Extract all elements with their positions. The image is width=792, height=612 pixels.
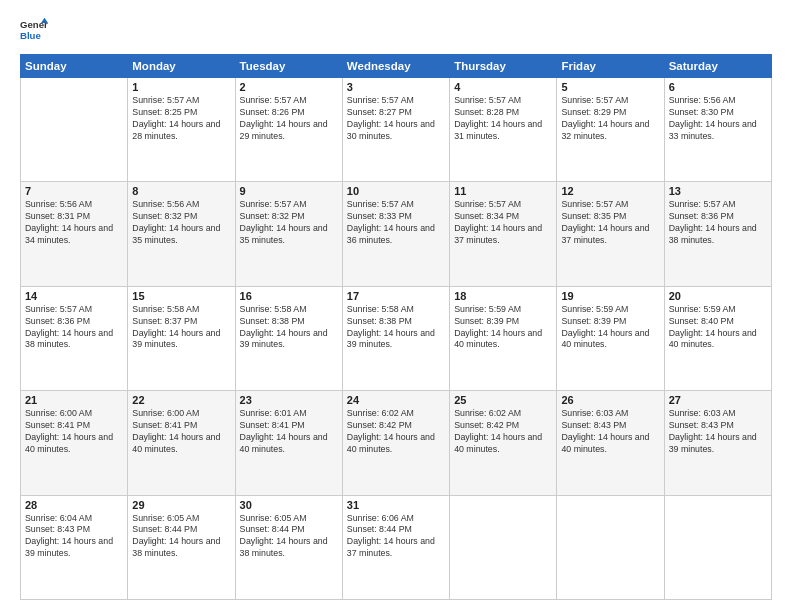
day-info: Sunrise: 6:03 AM Sunset: 8:43 PM Dayligh… <box>561 408 659 456</box>
day-number: 24 <box>347 394 445 406</box>
calendar-cell: 21Sunrise: 6:00 AM Sunset: 8:41 PM Dayli… <box>21 391 128 495</box>
calendar-cell: 30Sunrise: 6:05 AM Sunset: 8:44 PM Dayli… <box>235 495 342 599</box>
weekday-header-monday: Monday <box>128 55 235 78</box>
calendar-cell: 15Sunrise: 5:58 AM Sunset: 8:37 PM Dayli… <box>128 286 235 390</box>
day-number: 5 <box>561 81 659 93</box>
day-info: Sunrise: 5:59 AM Sunset: 8:39 PM Dayligh… <box>561 304 659 352</box>
day-info: Sunrise: 5:57 AM Sunset: 8:36 PM Dayligh… <box>669 199 767 247</box>
day-info: Sunrise: 5:57 AM Sunset: 8:33 PM Dayligh… <box>347 199 445 247</box>
day-number: 13 <box>669 185 767 197</box>
day-number: 26 <box>561 394 659 406</box>
day-info: Sunrise: 5:56 AM Sunset: 8:30 PM Dayligh… <box>669 95 767 143</box>
calendar-cell: 3Sunrise: 5:57 AM Sunset: 8:27 PM Daylig… <box>342 78 449 182</box>
calendar-cell: 25Sunrise: 6:02 AM Sunset: 8:42 PM Dayli… <box>450 391 557 495</box>
day-number: 29 <box>132 499 230 511</box>
day-info: Sunrise: 6:06 AM Sunset: 8:44 PM Dayligh… <box>347 513 445 561</box>
day-number: 31 <box>347 499 445 511</box>
calendar-cell: 5Sunrise: 5:57 AM Sunset: 8:29 PM Daylig… <box>557 78 664 182</box>
day-number: 2 <box>240 81 338 93</box>
day-number: 22 <box>132 394 230 406</box>
day-info: Sunrise: 5:57 AM Sunset: 8:26 PM Dayligh… <box>240 95 338 143</box>
day-number: 30 <box>240 499 338 511</box>
calendar-week-row: 28Sunrise: 6:04 AM Sunset: 8:43 PM Dayli… <box>21 495 772 599</box>
weekday-header-thursday: Thursday <box>450 55 557 78</box>
calendar-cell: 24Sunrise: 6:02 AM Sunset: 8:42 PM Dayli… <box>342 391 449 495</box>
calendar-cell: 23Sunrise: 6:01 AM Sunset: 8:41 PM Dayli… <box>235 391 342 495</box>
day-number: 25 <box>454 394 552 406</box>
calendar-cell <box>557 495 664 599</box>
svg-text:Blue: Blue <box>20 30 41 41</box>
day-info: Sunrise: 5:58 AM Sunset: 8:38 PM Dayligh… <box>240 304 338 352</box>
calendar-cell: 16Sunrise: 5:58 AM Sunset: 8:38 PM Dayli… <box>235 286 342 390</box>
day-info: Sunrise: 6:02 AM Sunset: 8:42 PM Dayligh… <box>454 408 552 456</box>
calendar-week-row: 21Sunrise: 6:00 AM Sunset: 8:41 PM Dayli… <box>21 391 772 495</box>
day-info: Sunrise: 6:00 AM Sunset: 8:41 PM Dayligh… <box>25 408 123 456</box>
calendar-cell: 28Sunrise: 6:04 AM Sunset: 8:43 PM Dayli… <box>21 495 128 599</box>
day-info: Sunrise: 5:57 AM Sunset: 8:28 PM Dayligh… <box>454 95 552 143</box>
day-number: 20 <box>669 290 767 302</box>
day-info: Sunrise: 6:05 AM Sunset: 8:44 PM Dayligh… <box>132 513 230 561</box>
weekday-header-sunday: Sunday <box>21 55 128 78</box>
calendar-cell: 22Sunrise: 6:00 AM Sunset: 8:41 PM Dayli… <box>128 391 235 495</box>
calendar-cell <box>21 78 128 182</box>
calendar-cell: 14Sunrise: 5:57 AM Sunset: 8:36 PM Dayli… <box>21 286 128 390</box>
calendar-cell: 1Sunrise: 5:57 AM Sunset: 8:25 PM Daylig… <box>128 78 235 182</box>
day-number: 15 <box>132 290 230 302</box>
calendar-table: SundayMondayTuesdayWednesdayThursdayFrid… <box>20 54 772 600</box>
calendar-cell: 13Sunrise: 5:57 AM Sunset: 8:36 PM Dayli… <box>664 182 771 286</box>
day-number: 10 <box>347 185 445 197</box>
day-info: Sunrise: 5:57 AM Sunset: 8:34 PM Dayligh… <box>454 199 552 247</box>
day-number: 7 <box>25 185 123 197</box>
day-number: 23 <box>240 394 338 406</box>
calendar-week-row: 14Sunrise: 5:57 AM Sunset: 8:36 PM Dayli… <box>21 286 772 390</box>
day-number: 28 <box>25 499 123 511</box>
calendar-week-row: 1Sunrise: 5:57 AM Sunset: 8:25 PM Daylig… <box>21 78 772 182</box>
day-info: Sunrise: 6:01 AM Sunset: 8:41 PM Dayligh… <box>240 408 338 456</box>
weekday-header-saturday: Saturday <box>664 55 771 78</box>
day-info: Sunrise: 5:58 AM Sunset: 8:37 PM Dayligh… <box>132 304 230 352</box>
day-info: Sunrise: 5:58 AM Sunset: 8:38 PM Dayligh… <box>347 304 445 352</box>
day-number: 19 <box>561 290 659 302</box>
day-info: Sunrise: 5:57 AM Sunset: 8:36 PM Dayligh… <box>25 304 123 352</box>
calendar-cell: 18Sunrise: 5:59 AM Sunset: 8:39 PM Dayli… <box>450 286 557 390</box>
calendar-cell: 8Sunrise: 5:56 AM Sunset: 8:32 PM Daylig… <box>128 182 235 286</box>
day-info: Sunrise: 6:00 AM Sunset: 8:41 PM Dayligh… <box>132 408 230 456</box>
calendar-cell: 4Sunrise: 5:57 AM Sunset: 8:28 PM Daylig… <box>450 78 557 182</box>
day-number: 18 <box>454 290 552 302</box>
weekday-header-wednesday: Wednesday <box>342 55 449 78</box>
day-info: Sunrise: 6:04 AM Sunset: 8:43 PM Dayligh… <box>25 513 123 561</box>
calendar-cell <box>664 495 771 599</box>
day-number: 16 <box>240 290 338 302</box>
calendar-cell: 19Sunrise: 5:59 AM Sunset: 8:39 PM Dayli… <box>557 286 664 390</box>
day-number: 12 <box>561 185 659 197</box>
calendar-cell: 12Sunrise: 5:57 AM Sunset: 8:35 PM Dayli… <box>557 182 664 286</box>
day-number: 4 <box>454 81 552 93</box>
day-number: 27 <box>669 394 767 406</box>
calendar-cell <box>450 495 557 599</box>
day-info: Sunrise: 6:05 AM Sunset: 8:44 PM Dayligh… <box>240 513 338 561</box>
day-number: 1 <box>132 81 230 93</box>
day-number: 17 <box>347 290 445 302</box>
page: General Blue SundayMondayTuesdayWednesda… <box>0 0 792 612</box>
day-info: Sunrise: 6:02 AM Sunset: 8:42 PM Dayligh… <box>347 408 445 456</box>
day-info: Sunrise: 5:56 AM Sunset: 8:31 PM Dayligh… <box>25 199 123 247</box>
day-info: Sunrise: 5:59 AM Sunset: 8:39 PM Dayligh… <box>454 304 552 352</box>
day-number: 11 <box>454 185 552 197</box>
calendar-cell: 11Sunrise: 5:57 AM Sunset: 8:34 PM Dayli… <box>450 182 557 286</box>
day-info: Sunrise: 5:56 AM Sunset: 8:32 PM Dayligh… <box>132 199 230 247</box>
day-info: Sunrise: 6:03 AM Sunset: 8:43 PM Dayligh… <box>669 408 767 456</box>
day-number: 3 <box>347 81 445 93</box>
day-info: Sunrise: 5:57 AM Sunset: 8:35 PM Dayligh… <box>561 199 659 247</box>
weekday-header-friday: Friday <box>557 55 664 78</box>
day-number: 9 <box>240 185 338 197</box>
logo: General Blue <box>20 16 48 44</box>
calendar-cell: 2Sunrise: 5:57 AM Sunset: 8:26 PM Daylig… <box>235 78 342 182</box>
header: General Blue <box>20 16 772 44</box>
day-info: Sunrise: 5:57 AM Sunset: 8:27 PM Dayligh… <box>347 95 445 143</box>
calendar-cell: 20Sunrise: 5:59 AM Sunset: 8:40 PM Dayli… <box>664 286 771 390</box>
day-info: Sunrise: 5:57 AM Sunset: 8:32 PM Dayligh… <box>240 199 338 247</box>
calendar-cell: 7Sunrise: 5:56 AM Sunset: 8:31 PM Daylig… <box>21 182 128 286</box>
calendar-week-row: 7Sunrise: 5:56 AM Sunset: 8:31 PM Daylig… <box>21 182 772 286</box>
calendar-cell: 31Sunrise: 6:06 AM Sunset: 8:44 PM Dayli… <box>342 495 449 599</box>
day-info: Sunrise: 5:57 AM Sunset: 8:29 PM Dayligh… <box>561 95 659 143</box>
